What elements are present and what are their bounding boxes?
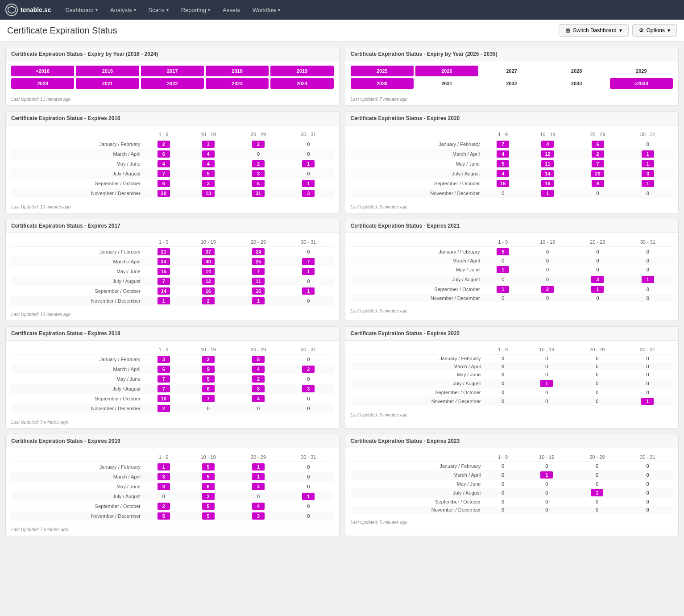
year-btn-2016[interactable]: <2016 (11, 66, 74, 76)
cell-5-3: 3 (283, 188, 333, 198)
cell-1-1: 0 (522, 257, 572, 265)
cell-3-1: 0 (522, 275, 572, 284)
year-btn-2032[interactable]: 2032 (480, 78, 543, 89)
cell-1-0: 0 (483, 257, 522, 265)
cell-3-3: 1 (283, 491, 333, 501)
row-label-4: September / October (11, 286, 144, 296)
cell-5-2: 31 (233, 188, 283, 198)
cell-4-0: 2 (144, 501, 183, 511)
year-btn-2026[interactable]: 2026 (415, 66, 478, 76)
col-header-0: 1 - 9 (483, 237, 522, 247)
table-row: March / April41221 (351, 149, 673, 159)
year-btn-2029[interactable]: 2029 (610, 66, 673, 76)
year-btn-2025[interactable]: 2025 (351, 66, 414, 76)
cell-0-1: 37 (183, 247, 233, 257)
year-btn-2023[interactable]: 2023 (206, 78, 269, 89)
cell-2-2: 2 (233, 159, 283, 169)
card-footer-expires-2022: Last Updated: 6 minutes ago (345, 411, 679, 421)
table-row: November / December1210 (11, 296, 334, 306)
cell-2-3: 0 (283, 482, 333, 491)
nav-dashboard[interactable]: Dashboard ▾ (60, 3, 103, 17)
col-header-0: 1 - 9 (483, 130, 522, 139)
col-header-0: 1 - 9 (484, 345, 521, 354)
cell-3-3: 0 (283, 169, 333, 179)
card-footer-expires-2023: Last Updated: 5 minutes ago (345, 518, 679, 529)
cell-2-1: 6 (183, 482, 233, 491)
year-btn-2031[interactable]: 2031 (415, 78, 478, 89)
table-row: March / April6942 (11, 364, 334, 374)
card-footer-expires-2018: Last Updated: 9 minutes ago (6, 418, 339, 428)
year-btn-2022[interactable]: 2022 (141, 78, 204, 89)
year-btn-2028[interactable]: 2028 (545, 66, 608, 76)
year-btn-2033[interactable]: 2033 (545, 78, 608, 89)
col-header-empty (11, 345, 144, 354)
table-row: May / June0000 (351, 480, 673, 488)
cell-0-3: 0 (622, 462, 673, 470)
cell-4-1: 7 (183, 394, 233, 404)
cell-1-2: 25 (233, 257, 283, 266)
table-row: September / October6351 (11, 179, 334, 188)
cell-1-1: 5 (183, 472, 233, 482)
cell-1-0: 6 (144, 364, 183, 374)
table-row: September / October1416161 (11, 286, 334, 296)
nav-workflow[interactable]: Workflow ▾ (247, 3, 286, 17)
cell-0-2: 1 (233, 462, 283, 472)
col-header-2: 20 - 29 (233, 237, 283, 247)
card-expires-2020: Certificate Expiration Status - Expires … (345, 111, 679, 213)
row-label-1: March / April (351, 257, 484, 265)
col-header-3: 30 - 31 (283, 453, 333, 462)
cell-5-0: 5 (144, 511, 183, 521)
col-header-2: 20 - 29 (572, 345, 622, 354)
table-row: January / February2320 (11, 139, 334, 150)
table-row: July / August0010 (351, 488, 673, 498)
nav-assets[interactable]: Assets (217, 3, 245, 17)
cell-3-0: 0 (144, 491, 183, 501)
cell-4-1: 0 (522, 498, 572, 506)
nav-analysis[interactable]: Analysis ▾ (105, 3, 141, 17)
cell-3-2: 3 (233, 169, 283, 179)
card-body-expires-2023: 1 - 910 - 1920 - 2930 - 31January / Febr… (345, 448, 679, 518)
col-header-empty (11, 237, 144, 247)
year-btn-2019[interactable]: 2019 (270, 66, 333, 76)
year-btn-2030[interactable]: 2030 (351, 78, 414, 89)
cell-5-1: 1 (522, 188, 572, 198)
col-header-3: 30 - 31 (622, 345, 673, 354)
cell-4-1: 16 (522, 179, 572, 188)
cell-5-1: 0 (183, 404, 233, 413)
cell-1-3: 0 (623, 257, 673, 265)
card-footer-expires-2019: Last Updated: 7 minutes ago (6, 525, 339, 536)
col-header-empty (351, 345, 485, 354)
year-btn-2016[interactable]: 2016 (76, 66, 139, 76)
year-btn-2033[interactable]: >2033 (610, 78, 673, 89)
year-btn-2024[interactable]: 2024 (270, 78, 333, 89)
row-label-5: November / December (351, 396, 485, 406)
year-btn-2020[interactable]: 2020 (11, 78, 74, 89)
card-footer-expires-2016: Last Updated: 10 minutes ago (6, 203, 339, 213)
switch-dashboard-button[interactable]: ▦ Switch Dashboard ▾ (559, 24, 628, 37)
table-row: January / February3250 (11, 354, 334, 365)
nav-scans[interactable]: Scans ▾ (143, 3, 174, 17)
cell-4-0: 0 (484, 388, 521, 396)
table-row: May / June0000 (351, 370, 673, 379)
card-title-expiry-2025-2035: Certificate Expiration Status - Expiry b… (345, 47, 679, 61)
cell-2-3: 1 (623, 159, 673, 169)
year-btn-2018[interactable]: 2018 (206, 66, 269, 76)
cell-0-3: 0 (622, 354, 673, 363)
cell-5-0: 1 (144, 296, 183, 306)
card-footer-expires-2017: Last Updated: 10 minutes ago (6, 310, 339, 320)
cell-4-1: 5 (183, 501, 233, 511)
table-row: May / June51171 (351, 159, 673, 169)
col-header-1: 10 - 19 (522, 237, 572, 247)
year-btn-2021[interactable]: 2021 (76, 78, 139, 89)
year-btn-2017[interactable]: 2017 (141, 66, 204, 76)
nav-reporting[interactable]: Reporting ▾ (176, 3, 216, 17)
options-button[interactable]: ⚙ Options ▾ (632, 24, 677, 37)
data-table-table2021: 1 - 910 - 1920 - 2930 - 31January / Febr… (351, 237, 673, 302)
cell-4-3: 1 (623, 179, 673, 188)
cell-5-1: 0 (522, 396, 572, 406)
cell-2-2: 0 (572, 480, 622, 488)
table-row: January / February5000 (351, 247, 673, 257)
cell-2-1: 0 (522, 370, 572, 379)
row-label-2: May / June (11, 374, 144, 384)
year-btn-2027[interactable]: 2027 (480, 66, 543, 76)
